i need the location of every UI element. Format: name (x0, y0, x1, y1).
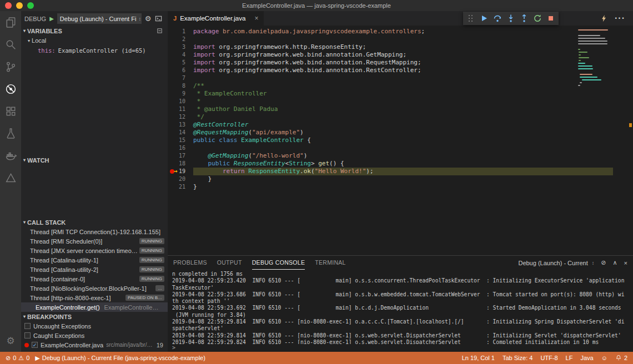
code-line-6[interactable]: 6import org.springframework.web.bind.ann… (168, 67, 633, 74)
debug-icon[interactable] (0, 78, 21, 100)
code-line-11[interactable]: 11 * @author Daniel Padua (168, 105, 633, 113)
thread-row[interactable]: Thread [RMI Scheduler(0)]RUNNING (21, 236, 168, 246)
code-editor[interactable]: 1package br.com.danielpadua.javaspringvs… (168, 26, 633, 255)
breakpoints-section-header[interactable]: ▾ BREAKPOINTS (21, 312, 168, 321)
panel-tab-debug-console[interactable]: DEBUG CONSOLE (252, 256, 305, 270)
breakpoint-checkbox[interactable]: ✓ (32, 342, 38, 348)
gutter-line-10[interactable]: 10 (168, 98, 193, 105)
clear-console-icon[interactable]: ⊘ (601, 259, 606, 266)
stop-button[interactable] (544, 12, 557, 25)
status-item[interactable]: Ln 19, Col 1 (462, 355, 495, 361)
step-over-button[interactable] (491, 12, 504, 25)
tab-examplecontroller-java[interactable]: J ExampleController.java × (168, 11, 264, 26)
errors-indicator[interactable]: ⊘ 0 ⚠ 0 (6, 355, 29, 362)
step-out-button[interactable] (518, 12, 531, 25)
panel-tab-output[interactable]: OUTPUT (217, 256, 242, 270)
code-line-17[interactable]: 17 @GetMapping("/hello-world") (168, 152, 633, 160)
gutter-line-8[interactable]: 8 (168, 82, 193, 90)
thread-row[interactable]: Thread [Catalina-utility-1]RUNNING (21, 255, 168, 265)
code-line-15[interactable]: 15public class ExampleController { (168, 136, 633, 144)
notifications-bell[interactable]: 2 (615, 355, 627, 361)
maximize-window-button[interactable] (27, 2, 34, 9)
minimize-window-button[interactable] (16, 2, 23, 9)
breakpoint-row[interactable]: ✓ExampleController.javasrc/main/java/br/… (21, 340, 168, 350)
collapse-all-icon[interactable] (156, 27, 163, 34)
step-into-button[interactable] (504, 12, 518, 25)
code-line-10[interactable]: 10 * (168, 98, 633, 105)
minimap[interactable] (576, 28, 613, 93)
thread-row[interactable]: Thread [RMI TCP Connection(1)-192.168.1.… (21, 227, 168, 236)
gutter-line-20[interactable]: 20 (168, 175, 193, 183)
status-item[interactable]: Java (580, 355, 593, 361)
code-line-20[interactable]: 20 } (168, 175, 633, 183)
code-line-9[interactable]: 9 * ExampleController (168, 90, 633, 98)
gutter-line-12[interactable]: 12 (168, 113, 193, 121)
explorer-icon[interactable] (0, 11, 21, 33)
panel-tab-problems[interactable]: PROBLEMS (173, 256, 207, 270)
gutter-line-5[interactable]: 5 (168, 59, 193, 67)
code-line-1[interactable]: 1package br.com.danielpadua.javaspringvs… (168, 28, 633, 36)
status-item[interactable]: LF (566, 355, 573, 361)
status-item[interactable]: Tab Size: 4 (503, 355, 532, 361)
thread-row[interactable]: Thread [JMX server connection timeout 21… (21, 246, 168, 255)
docker-icon[interactable] (0, 144, 21, 166)
code-line-2[interactable]: 2 (168, 36, 633, 43)
extensions-icon[interactable] (0, 100, 21, 122)
close-window-button[interactable] (5, 2, 12, 9)
breakpoint-row[interactable]: Uncaught Exceptions (21, 321, 168, 331)
code-line-14[interactable]: 14@RequestMapping("api/example") (168, 129, 633, 136)
status-item[interactable]: UTF-8 (540, 355, 557, 361)
variables-scope-local[interactable]: ▾ Local (21, 36, 168, 46)
code-line-5[interactable]: 5import org.springframework.web.bind.ann… (168, 59, 633, 67)
gutter-line-14[interactable]: 14 (168, 129, 193, 136)
code-line-7[interactable]: 7 (168, 74, 633, 82)
debug-configuration-select[interactable]: Debug (Launch) - Current Fi ↕ (57, 13, 142, 24)
code-line-12[interactable]: 12 */ (168, 113, 633, 121)
variable-entry[interactable]: this:ExampleController (id=65) (21, 46, 168, 55)
gutter-line-21[interactable]: 21 (168, 183, 193, 191)
thread-row[interactable]: Thread [NioBlockingSelector.BlockPoller-… (21, 284, 168, 293)
gutter-line-19[interactable]: →19 (168, 168, 193, 175)
gutter-line-18[interactable]: 18 (168, 160, 193, 168)
code-line-3[interactable]: 3import org.springframework.http.Respons… (168, 43, 633, 51)
settings-gear-icon[interactable]: ⚙ (0, 330, 21, 352)
gutter-line-3[interactable]: 3 (168, 43, 193, 51)
gutter-line-9[interactable]: 9 (168, 90, 193, 98)
gutter-line-11[interactable]: 11 (168, 105, 193, 113)
feedback-smiley[interactable]: ☺ (601, 355, 607, 361)
continue-button[interactable] (478, 12, 491, 25)
code-line-18[interactable]: 18 public ResponseEntity<String> get() { (168, 160, 633, 168)
gutter-line-6[interactable]: 6 (168, 67, 193, 74)
editor-more-actions-icon[interactable]: ··· (615, 13, 625, 23)
panel-tab-terminal[interactable]: TERMINAL (315, 256, 346, 270)
maximize-panel-icon[interactable]: ∧ (613, 259, 617, 266)
gutter-line-17[interactable]: 17 (168, 152, 193, 160)
title-bar[interactable]: ExampleController.java — java-spring-vsc… (0, 0, 633, 11)
debug-console-toggle-icon[interactable] (154, 14, 163, 23)
code-line-16[interactable]: 16 (168, 144, 633, 152)
thread-row[interactable]: Thread [container-0]RUNNING (21, 274, 168, 284)
debug-status[interactable]: ▶ Debug (Launch) - Current File (java-sp… (35, 355, 205, 362)
call-stack-section-header[interactable]: ▾ CALL STACK (21, 218, 168, 227)
code-line-13[interactable]: 13@RestController (168, 121, 633, 129)
test-icon[interactable] (0, 122, 21, 144)
variables-section-header[interactable]: ▾ VARIABLES (21, 26, 168, 36)
close-tab-icon[interactable]: × (254, 14, 258, 22)
gutter-line-4[interactable]: 4 (168, 51, 193, 59)
search-icon[interactable] (0, 33, 21, 55)
gutter-line-15[interactable]: 15 (168, 136, 193, 144)
gutter-line-2[interactable]: 2 (168, 36, 193, 43)
gutter-line-1[interactable]: 1 (168, 28, 193, 36)
debug-session-select[interactable]: Debug (Launch) - Current ↕ (518, 260, 594, 266)
overview-ruler[interactable] (613, 26, 633, 255)
gutter-line-13[interactable]: 13 (168, 121, 193, 129)
azure-icon[interactable] (0, 166, 21, 189)
configure-gear-icon[interactable]: ⚙ (145, 14, 152, 23)
close-panel-icon[interactable]: × (624, 260, 627, 266)
console-input-row[interactable]: > (168, 344, 633, 352)
gutter-line-7[interactable]: 7 (168, 74, 193, 82)
code-line-4[interactable]: 4import org.springframework.web.bind.ann… (168, 51, 633, 59)
restart-button[interactable] (531, 12, 544, 25)
breakpoint-row[interactable]: Caught Exceptions (21, 331, 168, 340)
source-control-icon[interactable] (0, 55, 21, 78)
